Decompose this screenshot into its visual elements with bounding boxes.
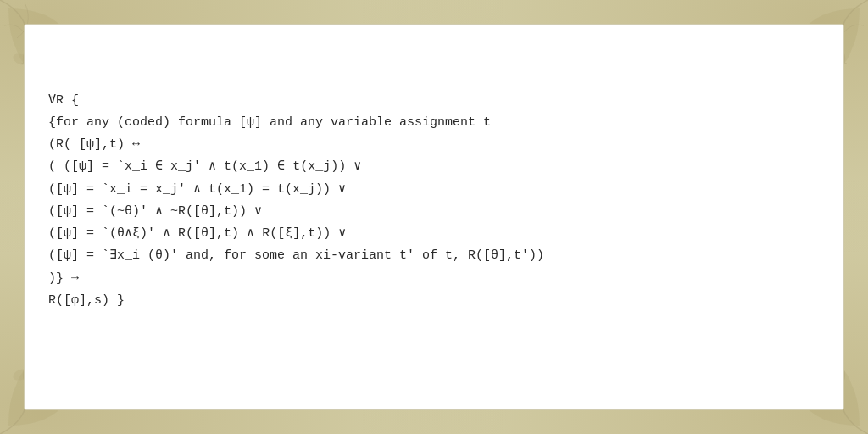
code-line: (R( [ψ],t) ↔	[48, 134, 820, 156]
code-line: ([ψ] = `(~θ)' ∧ ~R([θ],t)) ∨	[48, 201, 820, 223]
code-line: ( ([ψ] = `x_i ∈ x_j' ∧ t(x_1) ∈ t(x_j)) …	[48, 156, 820, 178]
code-line: ([ψ] = `x_i = x_j' ∧ t(x_1) = t(x_j)) ∨	[48, 179, 820, 201]
code-container: ∀R {{for any (coded) formula [ψ] and any…	[24, 24, 844, 410]
code-line: {for any (coded) formula [ψ] and any var…	[48, 112, 820, 134]
page-background: ∀R {{for any (coded) formula [ψ] and any…	[0, 0, 868, 434]
code-block: ∀R {{for any (coded) formula [ψ] and any…	[48, 45, 820, 312]
code-line: ([ψ] = `(θ∧ξ)' ∧ R([θ],t) ∧ R([ξ],t)) ∨	[48, 223, 820, 245]
code-line: ([ψ] = `∃x_i (θ)' and, for some an xi-va…	[48, 245, 820, 267]
code-line: )} →	[48, 268, 820, 290]
code-line: R([φ],s) }	[48, 290, 820, 312]
code-line: ∀R {	[48, 90, 820, 112]
